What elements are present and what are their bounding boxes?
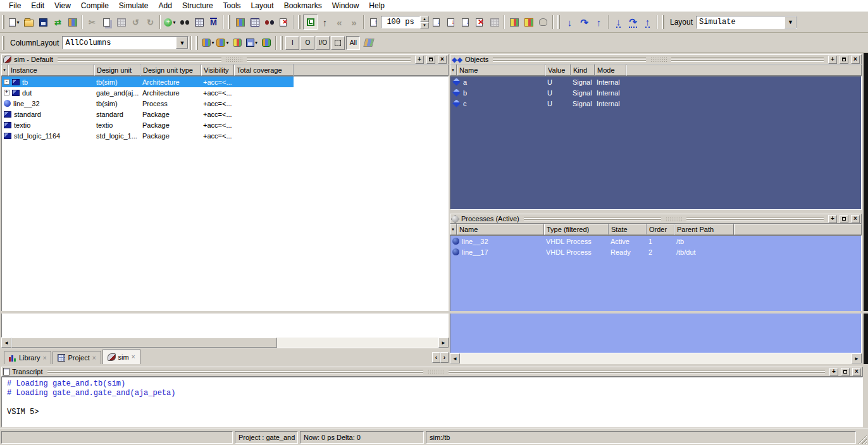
menu-bookmarks[interactable]: Bookmarks xyxy=(279,0,327,11)
transcript-close-button[interactable]: × xyxy=(852,368,861,376)
forward-button[interactable]: » xyxy=(347,15,361,30)
menu-edit[interactable]: Edit xyxy=(26,0,49,11)
tab-scroll-left-button[interactable]: ‹ xyxy=(432,352,440,363)
objects-close-button[interactable]: × xyxy=(851,56,860,64)
column-layout-dropdown-icon[interactable]: ▼ xyxy=(176,37,188,49)
spin-up-button[interactable]: ▲ xyxy=(420,16,429,22)
restart-button[interactable]: ↑ xyxy=(366,15,381,30)
toolbar-drag-handle[interactable] xyxy=(2,15,4,29)
copy-button[interactable] xyxy=(99,15,114,30)
scroll-track[interactable] xyxy=(460,353,852,364)
header-grip[interactable] xyxy=(650,57,667,62)
compile-button[interactable] xyxy=(233,15,247,30)
menu-file[interactable]: File xyxy=(4,0,26,11)
tab-project[interactable]: Project × xyxy=(53,351,101,364)
sim-panel-close-button[interactable]: × xyxy=(438,56,447,64)
transcript-undock-button[interactable] xyxy=(841,368,850,376)
menu-add[interactable]: Add xyxy=(154,0,177,11)
col-name[interactable]: Name xyxy=(457,224,544,235)
redo-button[interactable]: ↻ xyxy=(143,15,158,30)
objects-undock-button[interactable] xyxy=(840,56,848,64)
col-type-filtered[interactable]: Type (filtered) xyxy=(544,224,609,235)
scroll-right-button[interactable]: ► xyxy=(852,353,862,363)
process-row-line17[interactable]: line__17 VHDL Process Ready 2 /tb/dut xyxy=(450,247,861,257)
edit-wave-button[interactable] xyxy=(230,35,244,51)
run-length-input[interactable] xyxy=(381,16,420,28)
menu-window[interactable]: Window xyxy=(327,0,364,11)
toolbar-drag-handle[interactable] xyxy=(557,15,560,29)
processes-filter-icon[interactable]: ▼ xyxy=(450,224,457,235)
objects-panel-header[interactable]: ◆◆ Objects + × xyxy=(450,54,862,64)
col-mode[interactable]: Mode xyxy=(595,64,626,76)
col-name[interactable]: Name xyxy=(457,64,545,76)
stop-button[interactable] xyxy=(487,15,502,30)
window-resize-grip[interactable] xyxy=(858,435,867,444)
transcript-console[interactable]: # Loading gate_and.tb(sim) # Loading gat… xyxy=(1,377,863,427)
step-over-button[interactable]: ↷ xyxy=(577,15,592,30)
instance-tree[interactable]: -tb tb(sim) Architecture +acc=<... +dut … xyxy=(1,76,449,338)
tree-row-standard[interactable]: standard standard Package +acc=<... xyxy=(2,109,294,119)
performance-button[interactable] xyxy=(507,15,521,30)
menu-compile[interactable]: Compile xyxy=(76,0,114,11)
scroll-right-button[interactable]: ► xyxy=(438,338,449,348)
processes-close-button[interactable]: × xyxy=(851,215,860,223)
break-button[interactable]: ✕ xyxy=(473,15,487,30)
filter-all-toggle[interactable]: All xyxy=(346,36,360,50)
tab-library[interactable]: Library × xyxy=(4,351,51,364)
processes-zoom-button[interactable]: + xyxy=(828,215,837,223)
go-up-level-button[interactable]: ↑ xyxy=(318,15,332,30)
objects-filter-icon[interactable]: ▼ xyxy=(450,64,457,76)
reload-button[interactable]: ⇄ xyxy=(51,15,65,30)
tab-close-icon[interactable]: × xyxy=(132,353,135,360)
header-grip[interactable] xyxy=(428,369,444,374)
run-continue-button[interactable]: ↓ xyxy=(443,15,458,30)
col-order[interactable]: Order xyxy=(647,224,674,235)
add-wave-button[interactable]: ▾ xyxy=(201,35,215,51)
col-state[interactable]: State xyxy=(609,224,647,235)
header-grip[interactable] xyxy=(666,216,682,221)
compile-all-button[interactable] xyxy=(247,15,262,30)
tab-close-icon[interactable]: × xyxy=(92,355,96,362)
layout-dropdown-icon[interactable]: ▼ xyxy=(784,16,797,28)
col-design-unit[interactable]: Design unit xyxy=(94,64,140,76)
new-file-button[interactable]: ▾ xyxy=(7,15,22,30)
filter-internal-toggle[interactable] xyxy=(331,36,345,50)
step-into-button[interactable]: ↓ xyxy=(562,15,577,30)
col-design-unit-type[interactable]: Design unit type xyxy=(140,64,201,76)
save-format-button[interactable]: ▾ xyxy=(244,35,259,51)
scroll-track[interactable] xyxy=(277,338,438,348)
environment-button[interactable] xyxy=(303,15,318,30)
col-instance[interactable]: Instance xyxy=(8,64,94,76)
toolbar-drag-handle[interactable] xyxy=(195,36,198,50)
tree-row-textio[interactable]: textio textio Package +acc=<... xyxy=(2,119,294,130)
scroll-thumb[interactable] xyxy=(11,338,277,348)
tree-row-std-logic-1164[interactable]: std_logic_1164 std_logic_1... Package +a… xyxy=(2,130,294,141)
tree-row-tb[interactable]: -tb tb(sim) Architecture +acc=<... xyxy=(2,76,294,87)
toolbar-drag-handle[interactable] xyxy=(662,15,664,29)
object-row-b[interactable]: b U Signal Internal xyxy=(450,87,861,98)
transcript-prompt[interactable]: VSIM 5> xyxy=(7,408,861,417)
objects-list[interactable]: a U Signal Internal b U Signal Internal … xyxy=(450,76,862,210)
modelsim-button[interactable]: M xyxy=(206,15,221,30)
add-dataset-button[interactable] xyxy=(259,35,273,51)
paste-button[interactable] xyxy=(114,15,128,30)
filter-in-toggle[interactable]: I xyxy=(285,36,299,50)
filter-inout-toggle[interactable]: I/O xyxy=(316,36,330,50)
processes-horizontal-scrollbar[interactable]: ◄ ► xyxy=(450,353,862,364)
header-grip[interactable] xyxy=(226,57,242,62)
sim-panel-undock-button[interactable] xyxy=(426,56,435,64)
print-button[interactable] xyxy=(65,15,80,30)
run-all-button[interactable]: ↓ xyxy=(458,15,473,30)
end-simulation-button[interactable]: ✕ xyxy=(276,15,291,30)
back-button[interactable]: « xyxy=(332,15,347,30)
processes-list[interactable]: line__32 VHDL Process Active 1 /tb line_… xyxy=(450,235,862,353)
scroll-left-button[interactable]: ◄ xyxy=(1,338,11,348)
object-row-c[interactable]: c U Signal Internal xyxy=(450,98,861,109)
processes-panel-header[interactable]: Processes (Active) + × xyxy=(450,214,862,224)
save-button[interactable] xyxy=(36,15,51,30)
col-parent-path[interactable]: Parent Path xyxy=(674,224,734,235)
step-over-instance-button[interactable]: ↷ xyxy=(626,15,640,30)
transcript-header[interactable]: Transcript + × xyxy=(1,367,863,377)
expand-hierarchy-button[interactable] xyxy=(192,15,206,30)
menu-simulate[interactable]: Simulate xyxy=(114,0,154,11)
